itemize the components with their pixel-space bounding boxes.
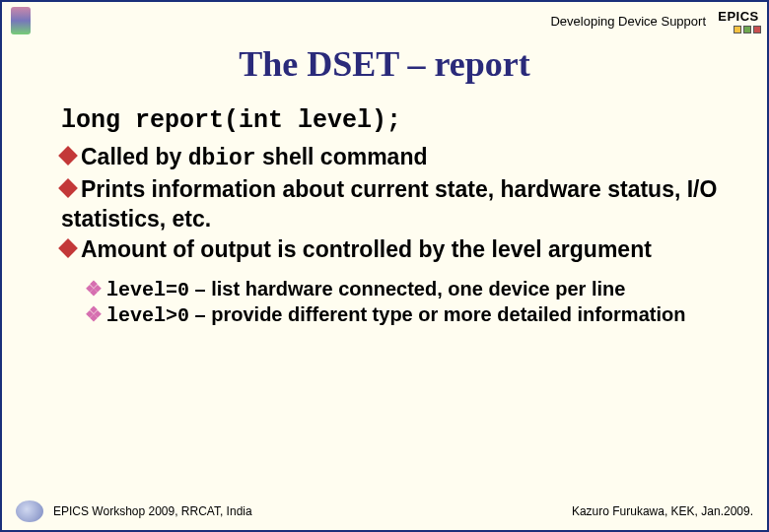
diamond-bullet-icon (58, 179, 78, 199)
bullet-2-text: Prints information about current state, … (61, 176, 717, 231)
star-bullet-icon: ❖ (85, 277, 103, 302)
bullet-2: Prints information about current state, … (61, 175, 732, 233)
india-emblem-icon (8, 6, 34, 35)
footer-right-text: Kazuro Furukawa, KEK, Jan.2009. (572, 504, 753, 518)
epics-blocks-icon (716, 26, 761, 33)
diamond-bullet-icon (58, 238, 78, 258)
bullet-1-code: dbior (188, 146, 256, 171)
sub-bullet-2: ❖level>0 – provide different type or mor… (85, 302, 732, 329)
epics-logo-text: EPICS (716, 9, 761, 24)
slide-body: long report(int level); Called by dbior … (2, 106, 767, 329)
slide-header: Developing Device Support EPICS (2, 2, 767, 37)
bullet-1-pre: Called by (81, 144, 188, 169)
diamond-bullet-icon (58, 146, 78, 166)
globe-icon (16, 500, 43, 522)
bullet-3: Amount of output is controlled by the le… (61, 235, 732, 264)
bullet-1: Called by dbior shell command (61, 143, 732, 173)
slide-footer: EPICS Workshop 2009, RRCAT, India Kazuro… (2, 500, 767, 522)
sub-2-text: – provide different type or more detaile… (189, 303, 685, 325)
sub-2-code: level>0 (106, 304, 189, 327)
function-signature: long report(int level); (61, 106, 732, 135)
sub-1-code: level=0 (106, 279, 189, 301)
header-topic: Developing Device Support (34, 14, 710, 29)
sub-bullet-group: ❖level=0 – list hardware connected, one … (85, 277, 732, 329)
bullet-1-post: shell command (256, 144, 428, 169)
epics-logo: EPICS (716, 9, 761, 33)
star-bullet-icon: ❖ (85, 302, 103, 328)
footer-left-text: EPICS Workshop 2009, RRCAT, India (53, 504, 572, 518)
sub-bullet-1: ❖level=0 – list hardware connected, one … (85, 277, 732, 303)
slide-title: The DSET – report (2, 43, 767, 85)
sub-1-text: – list hardware connected, one device pe… (189, 278, 625, 299)
bullet-3-text: Amount of output is controlled by the le… (81, 236, 652, 262)
